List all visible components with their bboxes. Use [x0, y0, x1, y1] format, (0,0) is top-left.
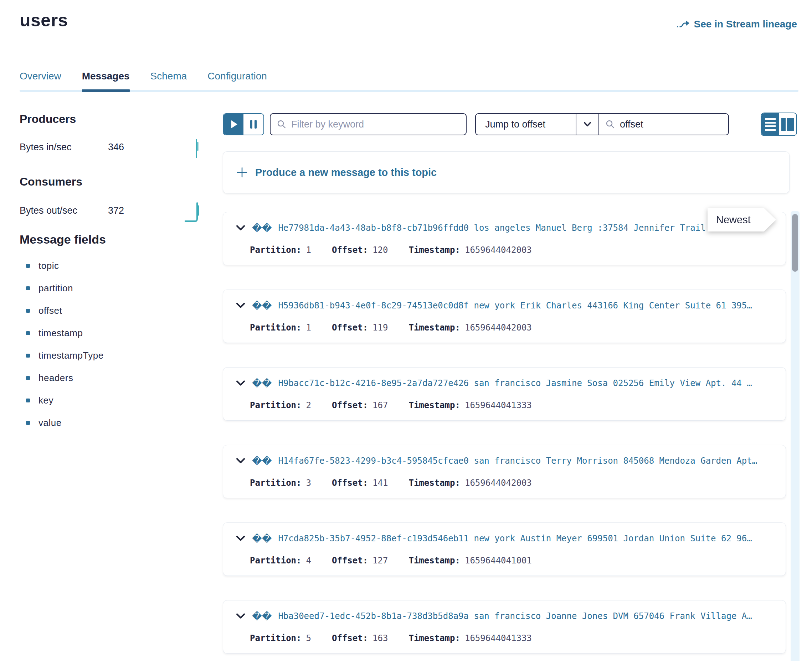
- timestamp-value: 1659644042003: [465, 245, 532, 255]
- field-bullet-icon: [26, 264, 30, 268]
- message-list-scrollbar[interactable]: [791, 211, 799, 661]
- view-mode-toggle: [761, 113, 797, 136]
- chevron-down-icon: [583, 122, 591, 127]
- search-icon: [605, 120, 615, 129]
- field-item-topic[interactable]: topic: [26, 261, 104, 271]
- expand-chevron-icon[interactable]: [235, 380, 246, 386]
- producers-metric-row: Bytes in/sec 346: [19, 135, 203, 160]
- bytes-out-value: 372: [108, 205, 185, 216]
- offset-value: 119: [373, 323, 388, 333]
- topic-messages-page: users See in Stream lineage Overview Mes…: [0, 0, 812, 661]
- field-item-partition[interactable]: partition: [26, 284, 104, 293]
- message-key: H7cda825b-35b7-4952-88ef-c193d546eb11 ne…: [278, 533, 780, 543]
- offset-value: 163: [373, 633, 388, 643]
- tab-overview[interactable]: Overview: [19, 70, 61, 92]
- decode-error-icon: ��: [252, 378, 272, 388]
- timestamp-value: 1659644041333: [465, 400, 532, 410]
- consumers-metric-row: Bytes out/sec 372: [19, 198, 203, 223]
- see-in-stream-lineage-link[interactable]: See in Stream lineage: [677, 19, 797, 30]
- field-bullet-icon: [26, 354, 30, 358]
- jump-to-offset-select[interactable]: Jump to offset: [476, 114, 576, 135]
- producers-heading: Producers: [19, 113, 76, 126]
- plus-icon: [237, 167, 247, 178]
- newest-tooltip-label: Newest: [708, 208, 776, 232]
- decode-error-icon: ��: [252, 223, 272, 233]
- pause-button[interactable]: [243, 114, 263, 135]
- field-bullet-icon: [26, 399, 30, 402]
- field-bullet-icon: [26, 331, 30, 335]
- field-bullet-icon: [26, 286, 30, 290]
- message-key: H9bacc71c-b12c-4216-8e95-2a7da727e426 sa…: [278, 378, 780, 388]
- expand-chevron-icon[interactable]: [235, 225, 246, 231]
- page-title: users: [19, 10, 68, 30]
- field-item-timestampType[interactable]: timestampType: [26, 351, 104, 361]
- column-view-button[interactable]: [779, 113, 796, 135]
- partition-value: 1: [306, 245, 311, 255]
- jump-select-chevron[interactable]: [577, 114, 599, 135]
- field-item-offset[interactable]: offset: [26, 306, 104, 316]
- tab-schema[interactable]: Schema: [151, 70, 187, 92]
- expand-chevron-icon[interactable]: [235, 613, 246, 619]
- expand-chevron-icon[interactable]: [235, 535, 246, 542]
- message-list: �� He77981da-4a43-48ab-b8f8-cb71b96ffdd0…: [223, 212, 786, 653]
- bytes-out-label: Bytes out/sec: [19, 205, 108, 216]
- offset-value: 127: [373, 556, 388, 565]
- live-consume-toggle: [223, 113, 264, 135]
- message-row[interactable]: �� H5936db81-b943-4e0f-8c29-74513e0c0d8f…: [223, 289, 786, 343]
- timestamp-value: 1659644041333: [465, 633, 532, 643]
- timestamp-value: 1659644042003: [465, 478, 532, 488]
- consumers-heading: Consumers: [19, 175, 82, 188]
- tab-underline-track: [19, 90, 798, 92]
- field-item-value[interactable]: value: [26, 418, 104, 428]
- pause-icon: [255, 120, 257, 129]
- offset-value: 141: [373, 478, 388, 488]
- offset-search-input[interactable]: [620, 119, 729, 130]
- field-item-timestamp[interactable]: timestamp: [26, 328, 104, 338]
- tab-messages[interactable]: Messages: [82, 70, 130, 92]
- message-fields-heading: Message fields: [19, 233, 106, 246]
- play-button[interactable]: [224, 114, 243, 135]
- field-bullet-icon: [26, 421, 30, 425]
- search-icon: [277, 120, 286, 129]
- message-key: He77981da-4a43-48ab-b8f8-cb71b96ffdd0 lo…: [278, 223, 780, 233]
- offset-value: 120: [373, 245, 388, 255]
- filter-keyword-box: [270, 113, 467, 135]
- decode-error-icon: ��: [252, 301, 272, 311]
- message-key: H5936db81-b943-4e0f-8c29-74513e0c0d8f ne…: [278, 300, 780, 311]
- produce-message-button[interactable]: Produce a new message to this topic: [223, 152, 790, 193]
- partition-value: 5: [306, 633, 311, 643]
- jump-to-offset-control: Jump to offset: [475, 113, 729, 135]
- message-row[interactable]: �� H14fa67fe-5823-4299-b3c4-595845cfcae0…: [223, 445, 786, 498]
- message-row[interactable]: �� He77981da-4a43-48ab-b8f8-cb71b96ffdd0…: [223, 212, 786, 265]
- lineage-link-label: See in Stream lineage: [694, 19, 797, 30]
- message-row[interactable]: �� H9bacc71c-b12c-4216-8e95-2a7da727e426…: [223, 367, 786, 421]
- offset-search-box: [599, 114, 728, 135]
- expand-chevron-icon[interactable]: [235, 458, 246, 464]
- decode-error-icon: ��: [252, 456, 272, 466]
- message-row[interactable]: �� H7cda825b-35b7-4952-88ef-c193d546eb11…: [223, 522, 786, 576]
- field-item-key[interactable]: key: [26, 396, 104, 405]
- partition-value: 3: [306, 478, 311, 488]
- field-item-headers[interactable]: headers: [26, 373, 104, 383]
- list-view-button[interactable]: [761, 113, 779, 135]
- newest-tooltip: Newest: [708, 208, 776, 232]
- message-row[interactable]: �� Hba30eed7-1edc-452b-8b1a-738d3b5d8a9a…: [223, 600, 786, 653]
- expand-chevron-icon[interactable]: [235, 302, 246, 309]
- message-key: Hba30eed7-1edc-452b-8b1a-738d3b5d8a9a sa…: [278, 611, 780, 621]
- offset-value: 167: [373, 400, 388, 410]
- scrollbar-thumb[interactable]: [792, 214, 798, 272]
- bytes-out-sparkline: [185, 198, 203, 223]
- filter-keyword-input[interactable]: [291, 119, 460, 130]
- decode-error-icon: ��: [252, 534, 272, 543]
- bytes-in-value: 346: [108, 142, 185, 153]
- bytes-in-label: Bytes in/sec: [19, 142, 108, 153]
- field-bullet-icon: [26, 309, 30, 313]
- partition-value: 2: [306, 400, 311, 410]
- decode-error-icon: ��: [252, 612, 272, 621]
- tab-configuration[interactable]: Configuration: [207, 70, 267, 92]
- play-icon: [231, 120, 237, 128]
- message-key: H14fa67fe-5823-4299-b3c4-595845cfcae0 sa…: [278, 456, 780, 466]
- timestamp-value: 1659644041001: [465, 556, 532, 565]
- pause-icon: [250, 120, 252, 129]
- produce-button-label: Produce a new message to this topic: [255, 167, 437, 179]
